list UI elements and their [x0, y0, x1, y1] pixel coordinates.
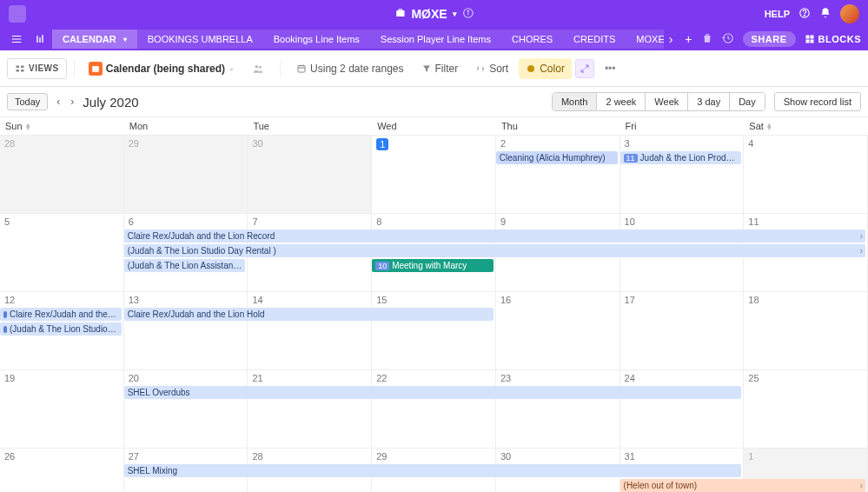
calendar-cell[interactable]: 4: [744, 136, 868, 213]
svg-point-18: [255, 64, 259, 68]
tab-scroll-right[interactable]: ›: [666, 32, 677, 46]
calendar-cell[interactable]: 20: [124, 370, 248, 448]
calendar-event[interactable]: SHEL Mixing: [124, 464, 742, 477]
calendar-event[interactable]: Cleaning (Alicia Humphrey): [496, 151, 618, 164]
calendar-event[interactable]: (Helen out of town): [620, 479, 865, 492]
event-label: (Judah & The Lion Studio Day Re…: [10, 324, 122, 334]
day-number: 15: [376, 295, 387, 305]
view-3-day[interactable]: 3 day: [688, 93, 730, 110]
view-week[interactable]: Week: [646, 93, 688, 110]
sort-icon[interactable]: ▴▾: [26, 123, 30, 130]
calendar-cell[interactable]: 28: [0, 136, 124, 213]
day-header: Mon: [124, 117, 248, 135]
calendar-cell[interactable]: 25: [744, 370, 868, 448]
hamburger-icon[interactable]: [5, 33, 28, 45]
day-number: 30: [500, 451, 511, 462]
today-button[interactable]: Today: [7, 93, 48, 110]
calendar-cell[interactable]: 30: [248, 136, 372, 213]
show-records-button[interactable]: Show record list: [774, 92, 861, 111]
trash-icon[interactable]: [701, 32, 713, 46]
date-ranges-button[interactable]: Using 2 date ranges: [289, 58, 410, 79]
blocks-button[interactable]: BLOCKS: [805, 34, 861, 44]
view-2-week[interactable]: 2 week: [597, 93, 646, 110]
event-label: Judah & the Lion Producer Visit: [640, 153, 742, 163]
tab-chores[interactable]: CHORES: [501, 30, 563, 49]
calendar-cell[interactable]: 21: [248, 370, 372, 448]
help-icon[interactable]: [798, 7, 811, 21]
share-button[interactable]: SHARE: [743, 31, 796, 47]
help-link[interactable]: HELP: [765, 9, 790, 19]
calendar-event[interactable]: SHEL Overdubs: [124, 386, 742, 399]
day-number: 21: [252, 373, 262, 383]
history-icon[interactable]: [722, 32, 734, 46]
day-header: Sun▴▾: [0, 117, 124, 135]
filter-button[interactable]: Filter: [414, 58, 466, 79]
tab-bookings-umbrella[interactable]: BOOKINGS UMBRELLA: [137, 30, 263, 49]
day-number: 3: [625, 138, 630, 149]
calendar-cell[interactable]: 22: [372, 370, 496, 448]
calendar-cell[interactable]: 15: [372, 292, 496, 369]
calendar-event[interactable]: Claire Rex/Judah and the Lion Record: [124, 229, 865, 243]
tab-moxe-related-music-videos[interactable]: MOXE RELATED MUSIC VIDEOS: [626, 30, 663, 49]
day-number: 25: [748, 373, 759, 383]
tab-bookings-line-items[interactable]: Bookings Line Items: [263, 30, 370, 49]
calendar-event[interactable]: (Judah & The Lion Assistant Engin…: [124, 259, 246, 272]
expand-button[interactable]: [575, 59, 594, 78]
app-title[interactable]: MØXE: [411, 7, 447, 21]
tab-calendar[interactable]: CALENDAR▾: [52, 30, 137, 49]
color-button[interactable]: Color: [519, 58, 572, 79]
views-button[interactable]: VIEWS: [7, 58, 67, 79]
day-header: Fri: [620, 117, 745, 135]
next-icon[interactable]: ›: [65, 93, 79, 110]
calendar-cell[interactable]: 1: [372, 136, 496, 213]
view-name-dropdown[interactable]: Calendar (being shared) ⌄: [82, 57, 242, 80]
chevron-down-icon[interactable]: ▾: [453, 10, 457, 18]
day-number: 9: [500, 216, 506, 227]
calendar-icon: [89, 62, 103, 76]
calendar-event[interactable]: (Judah & The Lion Studio Day Re…: [0, 322, 122, 336]
calendar-cell[interactable]: 19: [0, 370, 124, 448]
view-month[interactable]: Month: [553, 93, 598, 110]
sort-icon[interactable]: ▴▾: [767, 123, 772, 130]
view-day[interactable]: Day: [730, 93, 765, 110]
day-number: 7: [252, 216, 257, 227]
event-label: (Helen out of town): [624, 481, 698, 490]
day-number: 18: [748, 295, 759, 305]
calendar-cell[interactable]: 29: [124, 136, 248, 213]
calendar-cell[interactable]: 5: [0, 214, 124, 291]
bell-icon[interactable]: [819, 7, 832, 21]
calendar-event[interactable]: Claire Rex/Judah and the Lion Hold: [124, 308, 494, 321]
calendar-cell[interactable]: 2: [496, 136, 620, 213]
more-icon[interactable]: •••: [598, 58, 623, 79]
prev-icon[interactable]: ‹: [51, 93, 65, 110]
day-number: 27: [129, 451, 139, 462]
tab-session-player-line-items[interactable]: Session Player Line Items: [370, 30, 501, 49]
event-label: Claire Rex/Judah and the Lion Hold: [128, 309, 265, 319]
calendar-cell[interactable]: 14: [248, 292, 372, 369]
info-icon[interactable]: [462, 7, 474, 22]
calendar-cell[interactable]: 17: [620, 292, 745, 369]
collaborators-icon[interactable]: [245, 58, 271, 79]
add-tab-icon[interactable]: +: [678, 32, 699, 46]
calendar-event[interactable]: 10Meeting with Marcy: [372, 259, 494, 272]
calendar-cell[interactable]: 3: [620, 136, 745, 213]
bar-icon[interactable]: [30, 34, 50, 44]
calendar-cell[interactable]: 26: [0, 449, 124, 492]
calendar-event[interactable]: Claire Rex/Judah and the Lion Re…: [0, 308, 122, 321]
view-switch[interactable]: Month2 weekWeek3 dayDay: [552, 92, 765, 111]
tab-credits[interactable]: CREDITS: [563, 30, 626, 49]
event-label: Claire Rex/Judah and the Lion Re…: [10, 309, 122, 319]
calendar-cell[interactable]: 16: [496, 292, 620, 369]
svg-rect-17: [92, 66, 99, 68]
calendar-cell[interactable]: 23: [496, 370, 620, 448]
day-number: 24: [625, 373, 635, 383]
calendar-cell[interactable]: 13: [124, 292, 248, 369]
app-logo[interactable]: [9, 5, 26, 23]
calendar-event[interactable]: (Judah & The Lion Studio Day Rental ): [124, 244, 865, 257]
avatar[interactable]: [840, 4, 859, 23]
calendar-event[interactable]: 11Judah & the Lion Producer Visit: [620, 151, 742, 164]
calendar-cell[interactable]: 24: [620, 370, 745, 448]
sort-button[interactable]: Sort: [468, 58, 515, 79]
calendar-cell[interactable]: 18: [744, 292, 868, 369]
svg-rect-6: [39, 37, 41, 43]
